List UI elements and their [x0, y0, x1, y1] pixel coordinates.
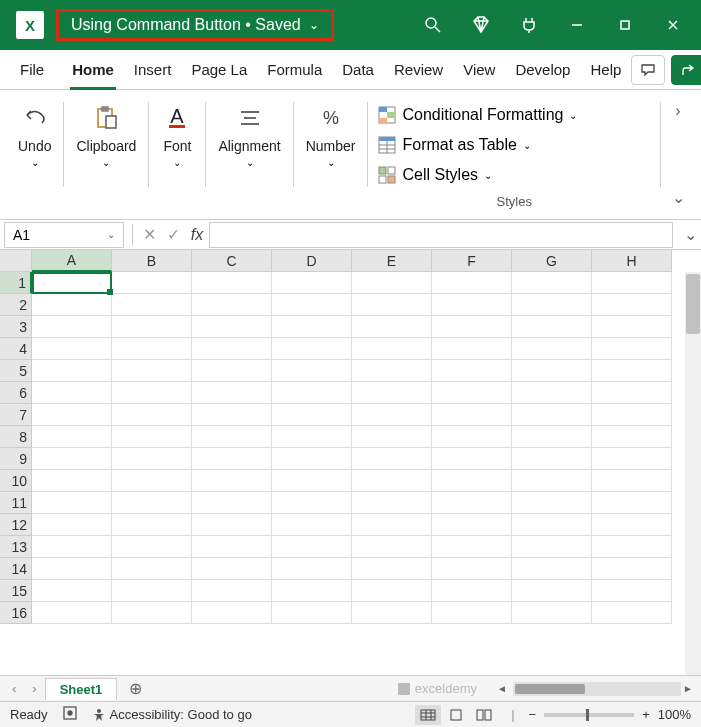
- row-header[interactable]: 5: [0, 360, 32, 382]
- column-header[interactable]: G: [512, 250, 592, 272]
- select-all-corner[interactable]: [0, 250, 32, 272]
- cell[interactable]: [272, 294, 352, 316]
- tab-developer[interactable]: Develop: [505, 50, 580, 90]
- cell[interactable]: [512, 294, 592, 316]
- row-header[interactable]: 16: [0, 602, 32, 624]
- comments-button[interactable]: [631, 55, 665, 85]
- tab-insert[interactable]: Insert: [124, 50, 182, 90]
- cell[interactable]: [272, 426, 352, 448]
- cell[interactable]: [352, 272, 432, 294]
- cell[interactable]: [432, 404, 512, 426]
- cell[interactable]: [272, 558, 352, 580]
- accessibility-button[interactable]: Accessibility: Good to go: [92, 707, 252, 722]
- tab-formulas[interactable]: Formula: [257, 50, 332, 90]
- cell[interactable]: [112, 272, 192, 294]
- cell[interactable]: [272, 580, 352, 602]
- cell[interactable]: [32, 360, 112, 382]
- sheet-nav-prev[interactable]: ‹: [4, 681, 24, 696]
- cell[interactable]: [432, 382, 512, 404]
- cell[interactable]: [32, 470, 112, 492]
- cell[interactable]: [32, 580, 112, 602]
- minimize-button[interactable]: [553, 1, 601, 49]
- expand-formula-bar-button[interactable]: ⌄: [679, 225, 701, 244]
- cell[interactable]: [192, 426, 272, 448]
- column-header[interactable]: F: [432, 250, 512, 272]
- cell[interactable]: [592, 382, 672, 404]
- format-as-table-button[interactable]: Format as Table ⌄: [374, 130, 654, 160]
- zoom-thumb[interactable]: [586, 709, 589, 721]
- ribbon-collapse-button[interactable]: ⌄: [672, 188, 685, 207]
- cell[interactable]: [592, 448, 672, 470]
- enter-formula-button[interactable]: ✓: [161, 225, 185, 244]
- cell[interactable]: [512, 426, 592, 448]
- cell[interactable]: [432, 294, 512, 316]
- ribbon-group-undo[interactable]: Undo ⌄: [8, 94, 61, 215]
- row-header[interactable]: 11: [0, 492, 32, 514]
- cell[interactable]: [352, 382, 432, 404]
- cell[interactable]: [352, 294, 432, 316]
- cell[interactable]: [512, 536, 592, 558]
- cell[interactable]: [32, 338, 112, 360]
- maximize-button[interactable]: [601, 1, 649, 49]
- cell[interactable]: [512, 316, 592, 338]
- conditional-formatting-button[interactable]: Conditional Formatting ⌄: [374, 100, 654, 130]
- hscroll-track[interactable]: [513, 682, 681, 696]
- cell[interactable]: [32, 316, 112, 338]
- cell[interactable]: [592, 272, 672, 294]
- ribbon-group-clipboard[interactable]: Clipboard ⌄: [66, 94, 146, 215]
- hscroll-left[interactable]: ◄: [497, 683, 511, 694]
- cell[interactable]: [112, 382, 192, 404]
- add-sheet-button[interactable]: ⊕: [117, 679, 154, 698]
- zoom-control[interactable]: − + 100%: [529, 707, 691, 722]
- macro-record-button[interactable]: [62, 705, 78, 724]
- cell[interactable]: [592, 426, 672, 448]
- cell[interactable]: [592, 602, 672, 624]
- ribbon-group-number[interactable]: % Number ⌄: [296, 94, 366, 215]
- cell[interactable]: [352, 602, 432, 624]
- cell[interactable]: [512, 404, 592, 426]
- cell[interactable]: [592, 360, 672, 382]
- column-header[interactable]: A: [32, 250, 112, 272]
- cell[interactable]: [432, 470, 512, 492]
- tab-data[interactable]: Data: [332, 50, 384, 90]
- cell[interactable]: [112, 426, 192, 448]
- scrollbar-thumb[interactable]: [686, 274, 700, 334]
- zoom-out-button[interactable]: −: [529, 707, 537, 722]
- column-header[interactable]: H: [592, 250, 672, 272]
- cell[interactable]: [352, 404, 432, 426]
- cell[interactable]: [32, 536, 112, 558]
- view-page-layout-button[interactable]: [443, 705, 469, 725]
- cell[interactable]: [512, 580, 592, 602]
- cell[interactable]: [272, 492, 352, 514]
- zoom-value[interactable]: 100%: [658, 707, 691, 722]
- cell[interactable]: [592, 536, 672, 558]
- cell[interactable]: [192, 448, 272, 470]
- hscroll-right[interactable]: ►: [683, 683, 697, 694]
- premium-button[interactable]: [457, 1, 505, 49]
- cell[interactable]: [272, 602, 352, 624]
- row-header[interactable]: 8: [0, 426, 32, 448]
- cell[interactable]: [32, 514, 112, 536]
- cell[interactable]: [272, 360, 352, 382]
- cell[interactable]: [592, 558, 672, 580]
- cell-styles-button[interactable]: Cell Styles ⌄: [374, 160, 654, 190]
- cell[interactable]: [192, 536, 272, 558]
- tab-page-layout[interactable]: Page La: [181, 50, 257, 90]
- scrollbar-thumb[interactable]: [515, 684, 585, 694]
- cells-area[interactable]: [32, 272, 685, 675]
- cell[interactable]: [352, 360, 432, 382]
- cell[interactable]: [432, 360, 512, 382]
- share-button[interactable]: [671, 55, 701, 85]
- cell[interactable]: [32, 448, 112, 470]
- cell[interactable]: [512, 272, 592, 294]
- cell[interactable]: [592, 514, 672, 536]
- cell[interactable]: [512, 492, 592, 514]
- cancel-formula-button[interactable]: ✕: [137, 225, 161, 244]
- cell[interactable]: [112, 602, 192, 624]
- sheet-nav-next[interactable]: ›: [24, 681, 44, 696]
- row-header[interactable]: 2: [0, 294, 32, 316]
- cell[interactable]: [192, 294, 272, 316]
- cell[interactable]: [32, 426, 112, 448]
- cell[interactable]: [512, 470, 592, 492]
- row-header[interactable]: 4: [0, 338, 32, 360]
